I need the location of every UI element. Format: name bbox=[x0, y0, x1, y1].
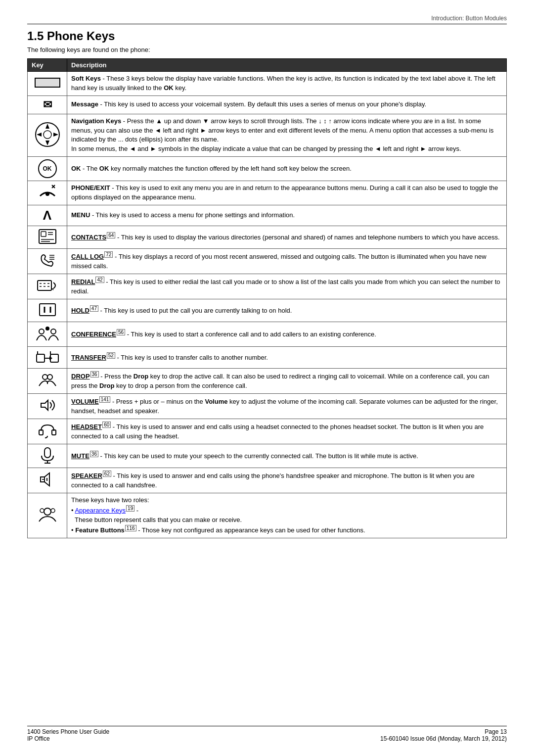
svg-point-50 bbox=[44, 508, 51, 515]
table-row: HEADSET60 - This key is used to answer a… bbox=[28, 419, 507, 444]
svg-marker-4 bbox=[53, 133, 58, 137]
svg-rect-32 bbox=[37, 354, 44, 362]
key-desc-cell: TRANSFER52 - This key is used to transfe… bbox=[67, 346, 507, 368]
footer-page: Page 13 bbox=[380, 728, 507, 735]
svg-point-30 bbox=[51, 329, 56, 334]
svg-marker-2 bbox=[45, 141, 49, 145]
key-icon-cell bbox=[28, 346, 67, 368]
table-row: Soft Keys - These 3 keys below the displ… bbox=[28, 72, 507, 96]
key-desc-cell: SPEAKER62 - This key is used to answer a… bbox=[67, 468, 507, 493]
svg-marker-40 bbox=[41, 400, 48, 410]
key-icon-cell bbox=[28, 226, 67, 248]
svg-point-6 bbox=[45, 192, 49, 196]
table-row: CALL LOG72 - This key displays a record … bbox=[28, 248, 507, 274]
key-desc-cell: DROP36 - Press the Drop key to drop the … bbox=[67, 368, 507, 393]
key-icon-cell bbox=[28, 181, 67, 205]
key-desc-cell: Navigation Keys - Press the ▲ up and dow… bbox=[67, 114, 507, 156]
svg-rect-18 bbox=[38, 281, 51, 290]
footer-issue: 15-601040 Issue 06d (Monday, March 19, 2… bbox=[380, 735, 507, 742]
key-icon-cell bbox=[28, 322, 67, 346]
key-desc-cell: MUTE36 - This key can be used to mute yo… bbox=[67, 444, 507, 468]
table-row: OKOK - The OK key normally matches the f… bbox=[28, 157, 507, 181]
table-row: DROP36 - Press the Drop key to drop the … bbox=[28, 368, 507, 393]
key-icon-cell bbox=[28, 248, 67, 274]
key-icon-cell bbox=[28, 368, 67, 393]
key-icon-cell bbox=[28, 393, 67, 419]
svg-marker-3 bbox=[37, 133, 42, 137]
svg-point-5 bbox=[44, 131, 51, 139]
svg-marker-1 bbox=[45, 124, 49, 129]
footer-brand: IP Office bbox=[27, 735, 109, 742]
table-row: VOLUME141 - Press + plus or – minus on t… bbox=[28, 393, 507, 419]
svg-point-52 bbox=[51, 509, 55, 513]
table-row: SPEAKER62 - This key is used to answer a… bbox=[28, 468, 507, 493]
key-icon-cell: Λ bbox=[28, 205, 67, 226]
key-icon-cell bbox=[28, 468, 67, 493]
key-desc-cell: These keys have two roles:• Appearance K… bbox=[67, 493, 507, 538]
page-title: 1.5 Phone Keys bbox=[27, 29, 507, 43]
svg-point-51 bbox=[40, 509, 44, 513]
key-desc-cell: MENU - This key is used to access a menu… bbox=[67, 205, 507, 226]
table-row: REDIAL42 - This key is used to either re… bbox=[28, 274, 507, 299]
key-icon-cell bbox=[28, 419, 67, 444]
intro-text: The following keys are found on the phon… bbox=[27, 46, 507, 53]
col-key-header: Key bbox=[28, 59, 67, 72]
key-icon-cell bbox=[28, 274, 67, 299]
key-desc-cell: Message - This key is used to access you… bbox=[67, 95, 507, 114]
svg-point-39 bbox=[47, 375, 52, 379]
footer-product: 1400 Series Phone User Guide bbox=[27, 728, 109, 735]
key-desc-cell: PHONE/EXIT - This key is used to exit an… bbox=[67, 181, 507, 205]
footer-right: Page 13 15-601040 Issue 06d (Monday, Mar… bbox=[380, 728, 507, 742]
key-desc-cell: VOLUME141 - Press + plus or – minus on t… bbox=[67, 393, 507, 419]
svg-rect-10 bbox=[41, 232, 46, 236]
key-icon-cell bbox=[28, 72, 67, 96]
key-icon-cell bbox=[28, 444, 67, 468]
key-desc-cell: Soft Keys - These 3 keys below the displ… bbox=[67, 72, 507, 96]
page-footer: 1400 Series Phone User Guide IP Office P… bbox=[27, 726, 507, 742]
key-desc-cell: CONFERENCE56 - This key is used to start… bbox=[67, 322, 507, 346]
key-icon-cell bbox=[28, 114, 67, 156]
col-desc-header: Description bbox=[67, 59, 507, 72]
key-desc-cell: HOLD47 - This key is used to put the cal… bbox=[67, 299, 507, 322]
key-desc-cell: CONTACTS64 - This key is used to display… bbox=[67, 226, 507, 248]
key-icon-cell: OK bbox=[28, 157, 67, 181]
table-row: PHONE/EXIT - This key is used to exit an… bbox=[28, 181, 507, 205]
svg-point-29 bbox=[39, 329, 44, 334]
key-desc-cell: HEADSET60 - This key is used to answer a… bbox=[67, 419, 507, 444]
table-row: CONTACTS64 - This key is used to display… bbox=[28, 226, 507, 248]
key-icon-cell: ✉ bbox=[28, 95, 67, 114]
table-row: CONFERENCE56 - This key is used to start… bbox=[28, 322, 507, 346]
table-row: HOLD47 - This key is used to put the cal… bbox=[28, 299, 507, 322]
footer-left: 1400 Series Phone User Guide IP Office bbox=[27, 728, 109, 742]
table-row: ✉Message - This key is used to access yo… bbox=[28, 95, 507, 114]
keys-table: Key Description Soft Keys - These 3 keys… bbox=[27, 58, 507, 538]
table-row: These keys have two roles:• Appearance K… bbox=[28, 493, 507, 538]
svg-rect-26 bbox=[40, 304, 55, 316]
table-row: MUTE36 - This key can be used to mute yo… bbox=[28, 444, 507, 468]
header-text: Introduction: Button Modules bbox=[431, 15, 507, 22]
key-icon-cell bbox=[28, 493, 67, 538]
key-desc-cell: OK - The OK key normally matches the fun… bbox=[67, 157, 507, 181]
svg-rect-43 bbox=[44, 448, 50, 458]
svg-point-38 bbox=[43, 375, 47, 379]
table-row: ΛMENU - This key is used to access a men… bbox=[28, 205, 507, 226]
table-row: Navigation Keys - Press the ▲ up and dow… bbox=[28, 114, 507, 156]
key-icon-cell bbox=[28, 299, 67, 322]
svg-point-31 bbox=[45, 327, 49, 331]
key-desc-cell: CALL LOG72 - This key displays a record … bbox=[67, 248, 507, 274]
page: Introduction: Button Modules 1.5 Phone K… bbox=[0, 0, 534, 756]
key-desc-cell: REDIAL42 - This key is used to either re… bbox=[67, 274, 507, 299]
page-header: Introduction: Button Modules bbox=[27, 15, 507, 24]
table-row: TRANSFER52 - This key is used to transfe… bbox=[28, 346, 507, 368]
